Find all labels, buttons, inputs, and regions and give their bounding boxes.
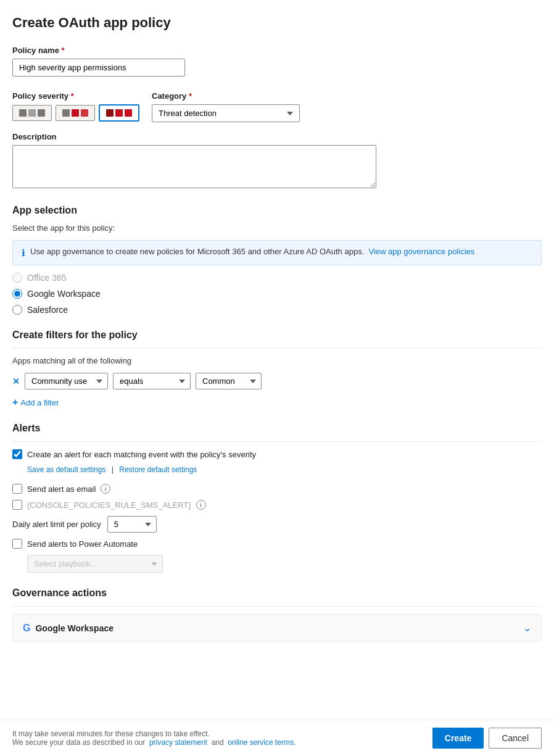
send-email-checkbox[interactable] xyxy=(12,484,22,494)
link-separator: | xyxy=(112,465,114,474)
google-workspace-governance-row[interactable]: G Google Workspace ⌄ xyxy=(12,614,542,642)
app-salesforce-label: Salesforce xyxy=(27,305,68,315)
app-selection-sublabel: Select the app for this policy: xyxy=(12,223,542,233)
app-governance-info-text: Use app governance to create new policie… xyxy=(30,247,474,256)
add-filter-button[interactable]: + Add a filter xyxy=(12,397,59,408)
severity-high-sq3 xyxy=(125,109,132,117)
filters-divider xyxy=(12,348,542,349)
app-googleworkspace-item[interactable]: Google Workspace xyxy=(12,289,542,299)
alerts-section-title: Alerts xyxy=(12,423,542,434)
filters-section-title: Create filters for the policy xyxy=(12,330,542,341)
severity-low-button[interactable] xyxy=(12,105,52,121)
policy-name-label: Policy name xyxy=(12,46,542,55)
daily-limit-row: Daily alert limit per policy 1 2 5 10 20… xyxy=(12,516,542,533)
footer: It may take several minutes for these ch… xyxy=(0,720,554,756)
app-office365-radio[interactable] xyxy=(12,273,22,283)
governance-title: Governance actions xyxy=(12,588,542,599)
footer-and-text: and xyxy=(212,738,224,747)
severity-med-sq2 xyxy=(72,109,79,117)
app-selection-title: App selection xyxy=(12,205,542,216)
daily-limit-label: Daily alert limit per policy xyxy=(12,520,101,529)
power-automate-label: Send alerts to Power Automate xyxy=(27,539,138,549)
add-filter-label: Add a filter xyxy=(20,398,59,407)
severity-low-sq3 xyxy=(38,109,45,117)
alerts-divider xyxy=(12,441,542,442)
power-automate-row: Send alerts to Power Automate xyxy=(12,539,542,549)
power-automate-text: Send alerts to Power Automate xyxy=(27,539,138,549)
category-select[interactable]: Threat detection DLP Compliance xyxy=(152,104,300,122)
filter-value-select[interactable]: Common Rare Uncommon xyxy=(196,373,262,389)
create-button[interactable]: Create xyxy=(432,728,484,749)
create-alert-row: Create an alert for each matching event … xyxy=(12,449,542,459)
severity-high-sq1 xyxy=(106,109,114,117)
google-g-icon: G xyxy=(23,623,30,634)
filters-match-label: Apps matching all of the following xyxy=(12,356,542,365)
governance-section: Governance actions G Google Workspace ⌄ xyxy=(12,588,542,642)
google-workspace-governance-label: G Google Workspace xyxy=(23,623,114,634)
create-alert-checkbox[interactable] xyxy=(12,449,22,459)
send-email-info-icon[interactable]: i xyxy=(101,484,110,494)
filter-row-1: ✕ Community use Permission level equals … xyxy=(12,373,542,389)
sms-alert-checkbox[interactable] xyxy=(12,500,22,510)
policy-name-input[interactable] xyxy=(12,59,185,77)
view-governance-link[interactable]: View app governance policies xyxy=(369,247,475,256)
create-alert-text: Create an alert for each matching event … xyxy=(27,450,256,459)
policy-severity-label: Policy severity xyxy=(12,91,139,101)
severity-low-sq1 xyxy=(19,109,27,117)
category-label: Category xyxy=(152,91,300,101)
footer-legal: We secure your data as described in our … xyxy=(12,738,296,747)
severity-high-sq2 xyxy=(115,109,123,117)
cancel-button[interactable]: Cancel xyxy=(489,728,542,749)
playbook-select: Select playbook... xyxy=(27,555,163,573)
filter-field-select[interactable]: Community use Permission level xyxy=(25,373,108,389)
filter-operator-select[interactable]: equals does not equal xyxy=(113,373,191,389)
app-salesforce-item[interactable]: Salesforce xyxy=(12,305,542,315)
governance-google-label-text: Google Workspace xyxy=(35,623,114,633)
description-textarea[interactable] xyxy=(12,145,376,188)
add-filter-plus-icon: + xyxy=(12,397,18,408)
restore-default-link[interactable]: Restore default settings xyxy=(119,465,197,474)
save-default-link[interactable]: Save as default settings xyxy=(27,465,105,474)
send-email-text: Send alert as email xyxy=(27,484,96,494)
filter-remove-button[interactable]: ✕ xyxy=(12,376,20,386)
sms-alert-row: {CONSOLE_POLICIES_RULE_SMS_ALERT} i xyxy=(12,500,542,510)
app-governance-info: ℹ Use app governance to create new polic… xyxy=(12,240,542,265)
info-text-main: Use app governance to create new policie… xyxy=(30,247,364,256)
severity-low-sq2 xyxy=(28,109,36,117)
page-title: Create OAuth app policy xyxy=(12,15,542,31)
send-email-row: Send alert as email i xyxy=(12,484,542,494)
online-service-terms-link[interactable]: online service terms xyxy=(228,738,294,747)
app-radio-group: Office 365 Google Workspace Salesforce xyxy=(12,273,542,315)
app-googleworkspace-label: Google Workspace xyxy=(27,289,101,299)
governance-divider xyxy=(12,606,542,607)
sms-alert-label: {CONSOLE_POLICIES_RULE_SMS_ALERT} xyxy=(27,501,191,510)
app-office365-item[interactable]: Office 365 xyxy=(12,273,542,283)
google-workspace-chevron-icon: ⌄ xyxy=(523,622,531,634)
sms-alert-text: {CONSOLE_POLICIES_RULE_SMS_ALERT} xyxy=(27,501,191,510)
severity-medium-button[interactable] xyxy=(56,105,95,121)
description-label: Description xyxy=(12,132,542,141)
app-salesforce-radio[interactable] xyxy=(12,305,22,315)
footer-text: It may take several minutes for these ch… xyxy=(12,729,296,747)
footer-period: . xyxy=(294,738,296,747)
footer-note: It may take several minutes for these ch… xyxy=(12,729,296,738)
app-googleworkspace-radio[interactable] xyxy=(12,289,22,299)
daily-limit-select[interactable]: 1 2 5 10 20 50 xyxy=(107,516,157,533)
send-email-label: Send alert as email xyxy=(27,484,96,494)
power-automate-checkbox[interactable] xyxy=(12,539,22,549)
alert-default-links: Save as default settings | Restore defau… xyxy=(27,465,542,474)
severity-high-button[interactable] xyxy=(99,104,139,122)
footer-buttons: Create Cancel xyxy=(432,728,542,749)
footer-privacy-text: We secure your data as described in our xyxy=(12,738,145,747)
app-office365-label: Office 365 xyxy=(27,273,67,283)
severity-med-sq1 xyxy=(62,109,70,117)
privacy-statement-link[interactable]: privacy statement xyxy=(149,738,207,747)
create-alert-label: Create an alert for each matching event … xyxy=(27,450,256,459)
sms-alert-info-icon[interactable]: i xyxy=(196,500,206,510)
severity-med-sq3 xyxy=(81,109,88,117)
info-icon: ℹ xyxy=(22,247,25,259)
